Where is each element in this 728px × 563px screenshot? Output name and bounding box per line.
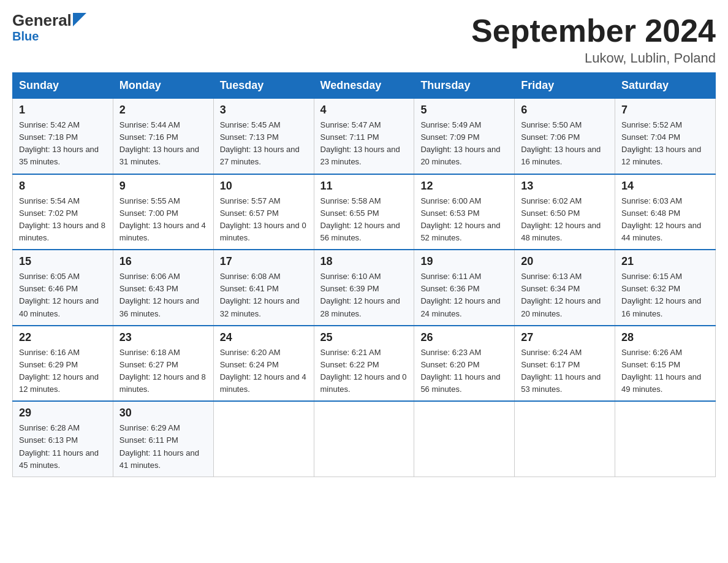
day-info: Sunrise: 5:52 AMSunset: 7:04 PMDaylight:… [621,119,709,169]
header-friday: Friday [515,73,615,99]
calendar-cell: 21Sunrise: 6:15 AMSunset: 6:32 PMDayligh… [615,250,716,326]
day-number: 5 [420,104,508,117]
calendar-cell: 24Sunrise: 6:20 AMSunset: 6:24 PMDayligh… [213,326,314,402]
day-number: 13 [521,180,609,193]
day-number: 26 [420,331,508,344]
day-number: 18 [320,255,408,268]
calendar-cell [213,401,314,477]
day-number: 12 [420,180,508,193]
calendar-cell: 8Sunrise: 5:54 AMSunset: 7:02 PMDaylight… [13,174,113,250]
day-number: 29 [19,407,107,419]
day-number: 22 [19,331,107,344]
day-number: 8 [19,180,107,193]
calendar-cell: 22Sunrise: 6:16 AMSunset: 6:29 PMDayligh… [13,326,113,402]
day-info: Sunrise: 5:49 AMSunset: 7:09 PMDaylight:… [420,119,508,169]
day-number: 4 [320,104,408,117]
day-info: Sunrise: 5:50 AMSunset: 7:06 PMDaylight:… [521,119,609,169]
day-number: 20 [521,255,609,268]
day-number: 14 [621,180,709,193]
day-number: 9 [119,180,207,193]
month-title: September 2024 [471,12,716,49]
day-info: Sunrise: 5:42 AMSunset: 7:18 PMDaylight:… [19,119,107,169]
day-number: 24 [220,331,308,344]
calendar-cell: 10Sunrise: 5:57 AMSunset: 6:57 PMDayligh… [213,174,314,250]
calendar-cell [414,401,515,477]
day-info: Sunrise: 5:47 AMSunset: 7:11 PMDaylight:… [320,119,408,169]
day-info: Sunrise: 5:57 AMSunset: 6:57 PMDaylight:… [220,195,308,245]
day-number: 6 [521,104,609,117]
day-number: 11 [320,180,408,193]
day-number: 21 [621,255,709,268]
day-info: Sunrise: 6:08 AMSunset: 6:41 PMDaylight:… [220,270,308,320]
calendar-cell: 2Sunrise: 5:44 AMSunset: 7:16 PMDaylight… [113,99,213,174]
day-info: Sunrise: 6:02 AMSunset: 6:50 PMDaylight:… [521,195,609,245]
calendar-cell: 20Sunrise: 6:13 AMSunset: 6:34 PMDayligh… [515,250,615,326]
title-block: September 2024 Lukow, Lublin, Poland [471,12,716,66]
calendar-cell: 27Sunrise: 6:24 AMSunset: 6:17 PMDayligh… [515,326,615,402]
day-number: 3 [220,104,308,117]
day-info: Sunrise: 6:03 AMSunset: 6:48 PMDaylight:… [621,195,709,245]
logo-arrow-icon [73,13,86,26]
day-info: Sunrise: 6:00 AMSunset: 6:53 PMDaylight:… [420,195,508,245]
day-number: 27 [521,331,609,344]
calendar-cell: 17Sunrise: 6:08 AMSunset: 6:41 PMDayligh… [213,250,314,326]
calendar-cell: 25Sunrise: 6:21 AMSunset: 6:22 PMDayligh… [314,326,414,402]
page-header: General Blue September 2024 Lukow, Lubli… [12,12,716,66]
day-info: Sunrise: 5:44 AMSunset: 7:16 PMDaylight:… [119,119,207,169]
day-number: 7 [621,104,709,117]
logo: General Blue [12,12,86,44]
logo-blue: Blue [12,29,39,44]
day-info: Sunrise: 6:29 AMSunset: 6:11 PMDaylight:… [119,422,207,472]
calendar-cell: 6Sunrise: 5:50 AMSunset: 7:06 PMDaylight… [515,99,615,174]
header-sunday: Sunday [13,73,113,99]
day-number: 2 [119,104,207,117]
logo-general: General [12,12,72,28]
calendar-cell: 18Sunrise: 6:10 AMSunset: 6:39 PMDayligh… [314,250,414,326]
calendar-cell: 4Sunrise: 5:47 AMSunset: 7:11 PMDaylight… [314,99,414,174]
day-info: Sunrise: 6:16 AMSunset: 6:29 PMDaylight:… [19,347,107,396]
calendar-week-row: 29Sunrise: 6:28 AMSunset: 6:13 PMDayligh… [13,401,716,477]
calendar-cell: 11Sunrise: 5:58 AMSunset: 6:55 PMDayligh… [314,174,414,250]
day-number: 16 [119,255,207,268]
day-info: Sunrise: 6:06 AMSunset: 6:43 PMDaylight:… [119,270,207,320]
day-number: 28 [621,331,709,344]
day-info: Sunrise: 5:55 AMSunset: 7:00 PMDaylight:… [119,195,207,245]
calendar-cell: 3Sunrise: 5:45 AMSunset: 7:13 PMDaylight… [213,99,314,174]
header-saturday: Saturday [615,73,716,99]
calendar-cell: 30Sunrise: 6:29 AMSunset: 6:11 PMDayligh… [113,401,213,477]
header-thursday: Thursday [414,73,515,99]
day-number: 1 [19,104,107,117]
calendar-cell [515,401,615,477]
calendar-cell: 23Sunrise: 6:18 AMSunset: 6:27 PMDayligh… [113,326,213,402]
calendar-cell: 29Sunrise: 6:28 AMSunset: 6:13 PMDayligh… [13,401,113,477]
calendar-week-row: 8Sunrise: 5:54 AMSunset: 7:02 PMDaylight… [13,174,716,250]
day-info: Sunrise: 6:11 AMSunset: 6:36 PMDaylight:… [420,270,508,320]
day-info: Sunrise: 5:54 AMSunset: 7:02 PMDaylight:… [19,195,107,245]
calendar-cell: 14Sunrise: 6:03 AMSunset: 6:48 PMDayligh… [615,174,716,250]
day-info: Sunrise: 6:28 AMSunset: 6:13 PMDaylight:… [19,422,107,472]
day-info: Sunrise: 6:21 AMSunset: 6:22 PMDaylight:… [320,347,408,396]
calendar-cell [314,401,414,477]
day-info: Sunrise: 6:15 AMSunset: 6:32 PMDaylight:… [621,270,709,320]
day-info: Sunrise: 6:10 AMSunset: 6:39 PMDaylight:… [320,270,408,320]
day-number: 17 [220,255,308,268]
calendar-cell: 5Sunrise: 5:49 AMSunset: 7:09 PMDaylight… [414,99,515,174]
calendar-cell [615,401,716,477]
svg-marker-0 [73,13,86,26]
calendar-cell: 19Sunrise: 6:11 AMSunset: 6:36 PMDayligh… [414,250,515,326]
calendar-week-row: 1Sunrise: 5:42 AMSunset: 7:18 PMDaylight… [13,99,716,174]
day-number: 25 [320,331,408,344]
header-wednesday: Wednesday [314,73,414,99]
calendar-cell: 12Sunrise: 6:00 AMSunset: 6:53 PMDayligh… [414,174,515,250]
calendar-week-row: 22Sunrise: 6:16 AMSunset: 6:29 PMDayligh… [13,326,716,402]
day-info: Sunrise: 6:13 AMSunset: 6:34 PMDaylight:… [521,270,609,320]
day-info: Sunrise: 5:58 AMSunset: 6:55 PMDaylight:… [320,195,408,245]
day-info: Sunrise: 5:45 AMSunset: 7:13 PMDaylight:… [220,119,308,169]
calendar-cell: 28Sunrise: 6:26 AMSunset: 6:15 PMDayligh… [615,326,716,402]
calendar-header-row: Sunday Monday Tuesday Wednesday Thursday… [13,73,716,99]
day-info: Sunrise: 6:05 AMSunset: 6:46 PMDaylight:… [19,270,107,320]
day-number: 30 [119,407,207,419]
day-info: Sunrise: 6:24 AMSunset: 6:17 PMDaylight:… [521,347,609,396]
day-info: Sunrise: 6:26 AMSunset: 6:15 PMDaylight:… [621,347,709,396]
calendar-week-row: 15Sunrise: 6:05 AMSunset: 6:46 PMDayligh… [13,250,716,326]
